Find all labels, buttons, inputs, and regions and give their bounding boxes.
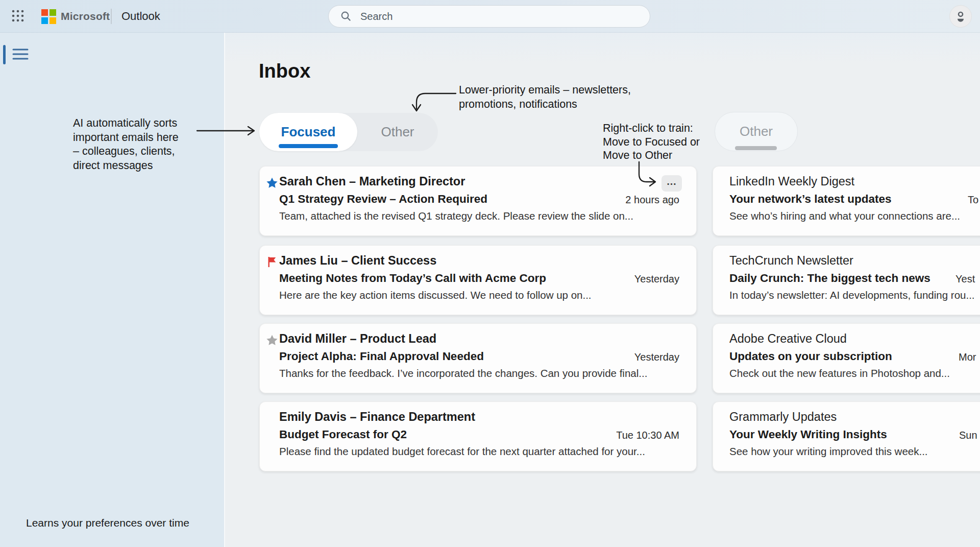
other-section-label: Other: [740, 124, 773, 139]
flag-icon[interactable]: [266, 256, 278, 268]
annotation-other-explainer: Lower-priority emails – newsletters, pro…: [459, 83, 631, 111]
email-time: Yesterday: [634, 273, 679, 285]
main-content: Inbox Focused Other Other Lower-priority…: [225, 33, 980, 547]
tab-other[interactable]: Other: [357, 113, 438, 151]
sidebar-accent-bar: [3, 45, 6, 64]
other-section-tab[interactable]: Other: [715, 112, 798, 151]
app-launcher-grid-icon: [11, 9, 25, 23]
hamburger-icon: [12, 47, 29, 62]
email-time: Yesterday: [634, 351, 679, 363]
email-preview: Here are the key action items discussed.…: [279, 289, 686, 301]
tab-focused-label: Focused: [281, 124, 336, 140]
email-card[interactable]: Adobe Creative Cloud Updates on your sub…: [713, 323, 980, 393]
email-time: To: [968, 194, 978, 206]
email-sender: TechCrunch Newsletter: [729, 254, 975, 268]
email-subject: Your network’s latest updates: [729, 193, 892, 206]
email-card[interactable]: David Miller – Product Lead Project Alph…: [259, 323, 697, 393]
email-sender: Sarah Chen – Marketing Director: [279, 175, 674, 188]
star-icon[interactable]: [266, 177, 278, 189]
email-preview: Please find the updated budget forecast …: [279, 445, 686, 458]
email-preview: See who’s hiring and what your connectio…: [729, 210, 980, 222]
email-card[interactable]: LinkedIn Weekly Digest Your network’s la…: [713, 166, 980, 236]
email-time: 2 hours ago: [625, 194, 679, 206]
brand-name: Microsoft: [61, 10, 110, 22]
other-section-indicator: [735, 146, 777, 150]
annotation-focused-explainer: AI automatically sorts important emails …: [73, 116, 221, 173]
star-icon[interactable]: [266, 334, 278, 346]
microsoft-logo-icon: [41, 9, 56, 24]
email-card[interactable]: Grammarly Updates Your Weekly Writing In…: [713, 401, 980, 471]
more-options-button[interactable]: …: [662, 175, 682, 192]
annotation-train-explainer: Right-click to train: Move to Focused or…: [603, 122, 700, 162]
annotation-learns: Learns your preferences over time: [26, 516, 189, 530]
topbar: Microsoft Outlook Search: [0, 0, 980, 33]
ellipsis-icon: …: [667, 179, 677, 184]
email-card[interactable]: Sarah Chen – Marketing Director Q1 Strat…: [259, 166, 697, 236]
email-subject: Meeting Notes from Today’s Call with Acm…: [279, 272, 546, 285]
search-input[interactable]: Search: [328, 5, 650, 28]
email-sender: Emily Davis – Finance Department: [279, 410, 674, 424]
search-placeholder: Search: [360, 11, 393, 22]
email-time: Mor: [959, 351, 976, 363]
email-time: Sun: [959, 430, 977, 441]
inbox-title: Inbox: [259, 60, 310, 82]
email-time: Tue 10:30 AM: [616, 430, 679, 441]
tab-focused[interactable]: Focused: [259, 113, 357, 151]
email-sender: Adobe Creative Cloud: [729, 332, 975, 346]
email-subject: Q1 Strategy Review – Action Required: [279, 193, 487, 206]
email-card[interactable]: James Liu – Client Success Meeting Notes…: [259, 245, 697, 315]
inbox-tabs: Focused Other: [259, 113, 438, 151]
tab-other-label: Other: [381, 124, 414, 140]
search-icon: [340, 10, 352, 22]
email-sender: James Liu – Client Success: [279, 254, 674, 268]
email-preview: Team, attached is the revised Q1 strateg…: [279, 210, 686, 222]
email-time: Yest: [955, 273, 975, 285]
app-name: Outlook: [121, 0, 160, 33]
outlook-app: Microsoft Outlook Search: [0, 0, 980, 547]
menu-button[interactable]: [11, 47, 30, 63]
email-card[interactable]: Emily Davis – Finance Department Budget …: [259, 401, 697, 471]
focused-active-indicator: [279, 144, 338, 148]
email-subject: Budget Forecast for Q2: [279, 428, 407, 441]
email-subject: Project Alpha: Final Approval Needed: [279, 350, 484, 363]
sidebar: AI automatically sorts important emails …: [0, 33, 225, 547]
email-preview: Thanks for the feedback. I’ve incorporat…: [279, 367, 686, 379]
email-preview: In today’s newsletter: AI developments, …: [729, 289, 980, 301]
email-card[interactable]: TechCrunch Newsletter Daily Crunch: The …: [713, 245, 980, 315]
account-button[interactable]: [949, 5, 972, 28]
email-sender: Grammarly Updates: [729, 410, 975, 424]
email-sender: David Miller – Product Lead: [279, 332, 674, 346]
microsoft-brand: Microsoft: [41, 0, 110, 33]
email-preview: See how your writing improved this week.…: [729, 445, 980, 458]
email-subject: Your Weekly Writing Insights: [729, 428, 887, 441]
app-launcher-button[interactable]: [8, 7, 28, 26]
email-preview: Check out the new features in Photoshop …: [729, 367, 980, 379]
email-subject: Daily Crunch: The biggest tech news: [729, 272, 930, 285]
person-icon: [954, 10, 967, 23]
email-subject: Updates on your subscription: [729, 350, 892, 363]
email-sender: LinkedIn Weekly Digest: [729, 175, 975, 188]
brand-divider: [111, 9, 112, 24]
